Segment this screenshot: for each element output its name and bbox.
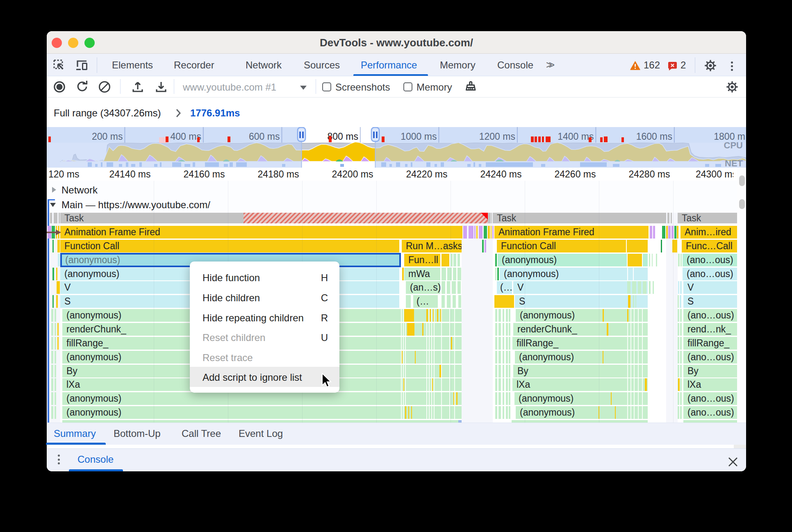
svg-text:CPU: CPU xyxy=(724,140,743,150)
svg-text:1200 ms: 1200 ms xyxy=(479,131,515,142)
svg-text:1600 ms: 1600 ms xyxy=(636,131,672,142)
svg-text:1400 ms: 1400 ms xyxy=(558,131,594,142)
svg-text:800 ms: 800 ms xyxy=(327,131,358,142)
svg-text:NET: NET xyxy=(725,158,743,168)
svg-text:600 ms: 600 ms xyxy=(249,131,280,142)
svg-text:200 ms: 200 ms xyxy=(92,131,123,142)
svg-text:1000 ms: 1000 ms xyxy=(401,131,437,142)
svg-text:400 ms: 400 ms xyxy=(170,131,201,142)
